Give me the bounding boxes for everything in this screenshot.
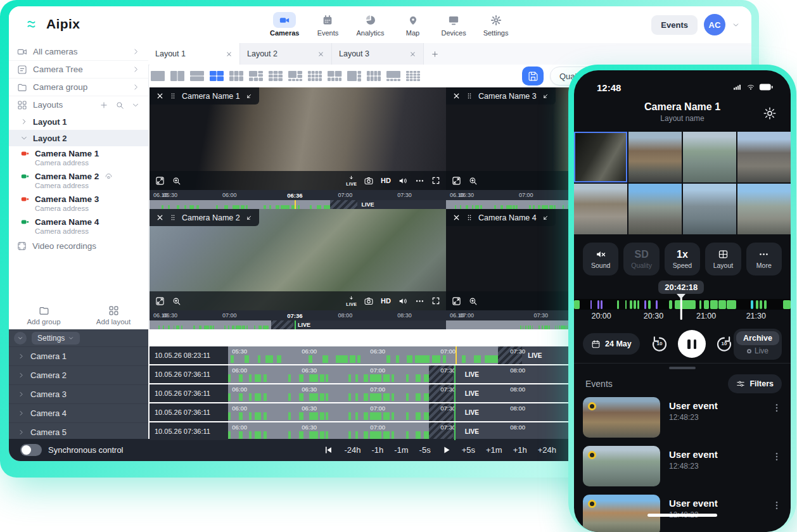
nav-item-events[interactable]: Events <box>312 10 343 39</box>
step-forward-button[interactable]: +24h <box>538 445 556 455</box>
speed-button[interactable]: 1xSpeed <box>665 243 700 276</box>
sidebar-camera-item[interactable]: Camera Name 3Camera address <box>9 192 148 215</box>
layout-button[interactable]: Layout <box>705 243 741 276</box>
phone-camera-thumbnail-5[interactable] <box>574 184 627 234</box>
add-layout-button[interactable]: Add layout <box>79 305 148 326</box>
zoom-in-icon[interactable] <box>172 296 181 306</box>
close-icon[interactable] <box>452 213 461 222</box>
sidebar-item-video-recordings[interactable]: Video recordings <box>9 238 148 254</box>
step-back-button[interactable]: -1h <box>371 445 383 455</box>
drag-handle[interactable] <box>669 367 696 369</box>
timeline-playhead[interactable] <box>454 403 456 421</box>
save-layout-button[interactable] <box>522 66 544 86</box>
close-icon[interactable] <box>156 92 164 100</box>
expand-icon[interactable] <box>155 296 165 306</box>
nav-item-analytics[interactable]: Analytics <box>352 10 388 39</box>
layout-9-icon[interactable] <box>267 70 284 82</box>
sidebar-layout-2[interactable]: Layout 2 <box>9 130 148 146</box>
layout-1-plus-4-icon[interactable] <box>385 70 402 82</box>
phone-camera-thumbnail-7[interactable] <box>683 184 736 234</box>
hd-quality-button[interactable]: HD <box>381 297 391 305</box>
rewind-10-button[interactable]: 10 <box>650 334 669 353</box>
pause-button[interactable] <box>678 330 706 358</box>
phone-camera-thumbnail-6[interactable] <box>628 184 682 234</box>
phone-camera-thumbnail-3[interactable] <box>683 132 736 182</box>
layout-2-rows-icon[interactable] <box>189 70 205 82</box>
layout-2x2-icon[interactable] <box>208 70 225 82</box>
step-forward-button[interactable]: +1h <box>513 445 527 455</box>
jump-to-live-button[interactable]: LIVE <box>346 175 357 186</box>
zoom-in-icon[interactable] <box>468 296 478 306</box>
layout-2-columns-icon[interactable] <box>169 70 186 82</box>
add-tab-button[interactable] <box>424 43 445 65</box>
zoom-in-icon[interactable] <box>172 176 181 186</box>
events-button[interactable]: Events <box>651 15 698 35</box>
layout-6-icon[interactable] <box>228 70 245 82</box>
phone-camera-thumbnail-1[interactable] <box>574 132 627 182</box>
tab-layout-1[interactable]: Layout 1 <box>148 43 240 65</box>
tile-timeline-band[interactable]: LIVE <box>150 200 446 209</box>
tile-timeline-band[interactable]: LIVE <box>150 320 446 329</box>
step-forward-button[interactable]: +1m <box>486 445 502 455</box>
layout-12-icon[interactable] <box>307 70 323 82</box>
settings-dropdown[interactable]: Settings <box>32 332 80 345</box>
drag-handle-icon[interactable] <box>466 92 473 100</box>
step-back-button[interactable]: -24h <box>344 445 360 455</box>
add-layout-plus-icon[interactable] <box>99 101 108 110</box>
step-back-button[interactable]: -1m <box>394 445 408 455</box>
more-icon[interactable] <box>415 296 424 306</box>
sidebar-camera-item[interactable]: Camera Name 4Camera address <box>9 215 148 238</box>
camera-video-feed[interactable]: Camera Name 1LIVEHD <box>150 87 446 190</box>
sidebar-item-layouts[interactable]: Layouts <box>9 96 148 113</box>
layout-16-icon[interactable] <box>405 70 421 82</box>
collapse-icon[interactable] <box>542 214 549 222</box>
step-forward-button[interactable]: +5s <box>462 445 475 455</box>
sidebar-item-all-cameras[interactable]: All cameras <box>9 43 148 61</box>
chevron-down-icon[interactable] <box>131 101 140 110</box>
more-icon[interactable] <box>415 176 424 186</box>
zoom-in-icon[interactable] <box>468 176 478 186</box>
chevron-down-icon[interactable] <box>732 21 740 29</box>
date-picker-button[interactable]: 24 May <box>583 333 640 355</box>
fullscreen-icon[interactable] <box>431 296 440 305</box>
timeline-playhead[interactable] <box>456 346 457 364</box>
close-tab-icon[interactable] <box>409 51 416 58</box>
tab-layout-2[interactable]: Layout 2 <box>240 43 332 65</box>
event-menu-icon[interactable] <box>772 397 782 414</box>
synchronous-control-toggle[interactable] <box>20 444 42 456</box>
volume-icon[interactable] <box>398 296 408 306</box>
settings-camera-row[interactable]: Camera 1 <box>9 346 148 365</box>
drag-handle-icon[interactable] <box>169 213 177 222</box>
layout-single-icon[interactable] <box>150 70 166 82</box>
fullscreen-icon[interactable] <box>431 176 440 185</box>
sidebar-item-camera-group[interactable]: Camera group <box>9 79 148 96</box>
timeline-playhead[interactable] <box>454 422 456 440</box>
phone-camera-thumbnail-4[interactable] <box>737 132 791 182</box>
gear-icon[interactable] <box>763 106 777 120</box>
avatar[interactable]: AC <box>704 14 725 35</box>
close-tab-icon[interactable] <box>317 51 324 58</box>
expand-icon[interactable] <box>155 176 165 186</box>
snapshot-icon[interactable] <box>364 296 374 306</box>
sidebar-camera-item[interactable]: Camera Name 2Camera address <box>9 169 148 192</box>
expand-icon[interactable] <box>452 176 461 186</box>
sidebar-camera-item[interactable]: Camera Name 1Camera address <box>9 146 148 169</box>
sound-button[interactable]: Sound <box>583 243 618 276</box>
search-icon[interactable] <box>115 101 124 110</box>
live-option[interactable]: Live <box>736 345 779 357</box>
layout-1-plus-5-icon[interactable] <box>248 70 264 82</box>
nav-item-settings[interactable]: Settings <box>480 10 513 39</box>
nav-item-devices[interactable]: Devices <box>438 10 470 39</box>
collapse-icon[interactable] <box>542 92 549 100</box>
layout-1-plus-3-icon[interactable] <box>346 70 362 82</box>
forward-10-button[interactable]: 10 <box>715 334 734 353</box>
tab-layout-3[interactable]: Layout 3 <box>332 43 424 65</box>
timeline-playhead[interactable] <box>454 384 456 402</box>
archive-live-toggle[interactable]: Archive Live <box>734 329 782 360</box>
nav-item-map[interactable]: Map <box>398 10 428 39</box>
volume-icon[interactable] <box>398 176 408 186</box>
sidebar-item-camera-tree[interactable]: Camera Tree <box>9 61 148 79</box>
phone-camera-thumbnail-2[interactable] <box>628 132 682 182</box>
close-icon[interactable] <box>156 213 164 222</box>
expand-icon[interactable] <box>452 296 461 306</box>
